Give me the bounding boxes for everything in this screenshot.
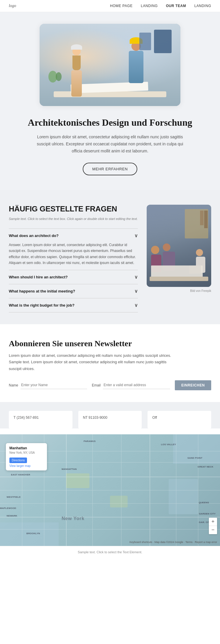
email-field-group: Email bbox=[92, 381, 170, 389]
nav-item-landing2[interactable]: LANDING bbox=[194, 4, 211, 8]
nav-links: HOME PAGE LANDING OUR TEAM LANDING bbox=[110, 4, 211, 8]
name-field-group: Name bbox=[9, 381, 87, 389]
faq-item-2: When should I hire an architect? ∨ bbox=[9, 270, 138, 284]
hero-description: Lorem ipsum dolor sit amet, consectetur … bbox=[34, 134, 186, 154]
zoom-out-button[interactable]: − bbox=[209, 526, 217, 534]
faq-item-3: What happens at the initial meeting? ∨ bbox=[9, 284, 138, 298]
contact-info-row: T (234) 567-891 NT 91103-9000 Off bbox=[9, 411, 211, 428]
name-label: Name bbox=[9, 383, 18, 387]
map-label-manhattan: MANHATTAN bbox=[62, 468, 77, 470]
nav-item-landing1[interactable]: LANDING bbox=[141, 4, 158, 8]
name-input[interactable] bbox=[21, 381, 87, 389]
zoom-in-button[interactable]: + bbox=[209, 518, 217, 526]
faq-question-1[interactable]: What does an architect do? ∨ bbox=[9, 233, 138, 238]
nav-item-homepage[interactable]: HOME PAGE bbox=[110, 4, 133, 8]
map-label-gardencity: Garden City bbox=[199, 512, 216, 515]
map-popup: Manhattan New York, NY, USA Directions V… bbox=[6, 443, 47, 470]
contact-section: T (234) 567-891 NT 91103-9000 Off bbox=[0, 402, 220, 428]
faq-item-1: What does an architect do? ∨ Answer. Lor… bbox=[9, 228, 138, 270]
map-label-losvalley: Los Valley bbox=[161, 443, 176, 446]
map-credit: Keyboard shortcuts · Map data ©2024 Goog… bbox=[129, 541, 217, 544]
contact-other-box: Off bbox=[148, 411, 211, 428]
faq-chevron-2: ∨ bbox=[134, 274, 138, 280]
map-label-queens: QUEENS bbox=[199, 501, 209, 504]
faq-chevron-3: ∨ bbox=[134, 288, 138, 294]
faq-subtitle: Sample text. Click to select the text bo… bbox=[9, 216, 138, 221]
contact-other: Off bbox=[152, 416, 207, 420]
hero-cta-button[interactable]: MEHR ERFAHREN bbox=[83, 163, 137, 175]
nav-item-ourteam[interactable]: OUR TEAM bbox=[166, 4, 186, 8]
contact-phone2: NT 91103-9000 bbox=[83, 416, 137, 420]
faq-image bbox=[147, 205, 211, 287]
map-label-brooklyn: BROOKLYN bbox=[26, 532, 40, 535]
email-label: Email bbox=[92, 383, 101, 387]
map-popup-title: Manhattan bbox=[9, 446, 43, 450]
map-label-easthanover: East Hanover bbox=[11, 473, 30, 476]
map-popup-address: New York, NY, USA bbox=[9, 451, 43, 455]
hero-image bbox=[40, 24, 180, 106]
newsletter-title: Abonnieren Sie unseren Newsletter bbox=[9, 339, 211, 348]
contact-phone2-box: NT 91103-9000 bbox=[78, 411, 142, 428]
map-label-newark: Newark bbox=[7, 514, 18, 517]
logo: logo bbox=[9, 4, 16, 8]
faq-question-4[interactable]: What is the right budget for the job? ∨ bbox=[9, 302, 138, 308]
map-label-westfield: Westfield bbox=[7, 496, 21, 498]
map-background: Hackensack Paramus Los Valley East Mont.… bbox=[0, 434, 220, 546]
contact-phone: T (234) 567-891 bbox=[13, 416, 68, 420]
faq-question-3[interactable]: What happens at the initial meeting? ∨ bbox=[9, 288, 138, 294]
footer-note: Sample text. Click to select the Text El… bbox=[78, 550, 142, 554]
navigation: logo HOME PAGE LANDING OUR TEAM LANDING bbox=[0, 0, 220, 12]
map-label-paramus: Paramus bbox=[84, 440, 96, 443]
faq-item-4: What is the right budget for the job? ∨ bbox=[9, 298, 138, 312]
directions-button[interactable]: Directions bbox=[9, 458, 27, 463]
contact-phone-box: T (234) 567-891 bbox=[9, 411, 72, 428]
hero-illustration bbox=[40, 24, 180, 106]
faq-right: Bild von Freepik bbox=[147, 205, 211, 312]
faq-chevron-1: ∨ bbox=[134, 233, 138, 238]
newsletter-form: Name Email EINREICHEN bbox=[9, 380, 211, 390]
faq-section: HÄUFIG GESTELLTE FRAGEN Sample text. Cli… bbox=[0, 190, 220, 324]
map-newyork-label: New York bbox=[62, 516, 84, 521]
view-larger-link[interactable]: View larger map bbox=[9, 464, 43, 468]
email-input[interactable] bbox=[103, 381, 170, 389]
faq-question-2[interactable]: When should I hire an architect? ∨ bbox=[9, 274, 138, 280]
map-zoom-controls: + − bbox=[209, 518, 217, 534]
map-label-greatneck: Great Neck bbox=[198, 465, 214, 468]
map-section: Hackensack Paramus Los Valley East Mont.… bbox=[0, 434, 220, 546]
map-label-maplewood: Maplewood bbox=[0, 507, 16, 510]
hero-section: Architektonisches Design und Forschung L… bbox=[0, 12, 220, 190]
newsletter-description: Lorem ipsum dolor sit amet, consectetur … bbox=[9, 352, 179, 372]
faq-answer-1: Answer. Lorem ipsum dolor sit amet, cons… bbox=[9, 242, 138, 266]
map-label-sandpoint: Sand Point bbox=[187, 457, 202, 459]
footer: Sample text. Click to select the Text El… bbox=[0, 546, 220, 558]
faq-chevron-4: ∨ bbox=[134, 302, 138, 308]
image-credit: Bild von Freepik bbox=[147, 289, 211, 292]
submit-button[interactable]: EINREICHEN bbox=[175, 380, 211, 390]
faq-left: HÄUFIG GESTELLTE FRAGEN Sample text. Cli… bbox=[9, 205, 138, 312]
hero-title: Architektonisches Design und Forschung bbox=[9, 117, 211, 128]
faq-title: HÄUFIG GESTELLTE FRAGEN bbox=[9, 205, 138, 213]
newsletter-section: Abonnieren Sie unseren Newsletter Lorem … bbox=[0, 324, 220, 402]
